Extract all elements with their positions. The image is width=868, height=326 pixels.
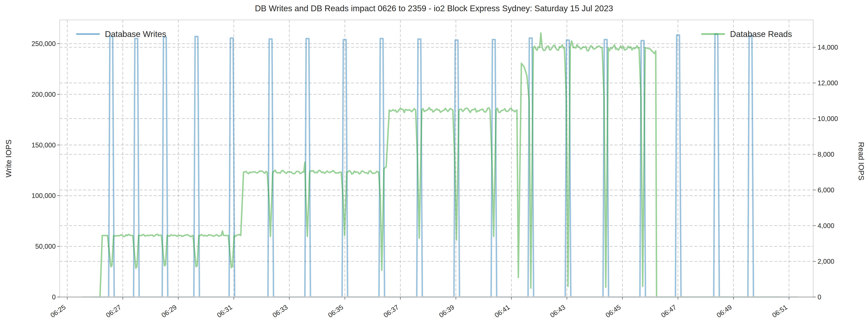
x-tick-label: 06:45: [604, 303, 622, 319]
right-tick-label: 0: [817, 293, 822, 301]
right-tick-label: 12,000: [817, 79, 838, 87]
chart-title: DB Writes and DB Reads impact 0626 to 23…: [255, 4, 613, 13]
x-tick-label: 06:41: [493, 303, 511, 319]
axes-spines: [59, 20, 813, 297]
right-tick-label: 14,000: [817, 44, 838, 51]
data-series: [83, 33, 797, 297]
left-tick-label: 150,000: [31, 141, 56, 149]
x-tick-label: 06:51: [771, 303, 788, 319]
x-tick-label: 06:27: [104, 303, 122, 319]
legend-reads-label: Database Reads: [730, 29, 792, 39]
x-tick-label: 06:33: [271, 303, 289, 319]
dual-axis-line-chart: DB Writes and DB Reads impact 0626 to 23…: [0, 0, 868, 326]
x-tick-label: 06:39: [438, 303, 456, 319]
left-tick-label: 200,000: [31, 91, 56, 98]
x-tick-label: 06:37: [382, 303, 400, 319]
right-axis-label: Read IOPS: [857, 142, 865, 181]
right-tick-label: 10,000: [817, 115, 838, 123]
legend-writes-label: Database Writes: [105, 29, 166, 39]
right-tick-label: 2,000: [817, 258, 834, 265]
chart-figure: DB Writes and DB Reads impact 0626 to 23…: [0, 0, 868, 326]
axis-ticks-and-labels: 06:2506:2706:2906:3106:3306:3506:3706:39…: [31, 40, 838, 319]
x-tick-label: 06:29: [160, 303, 178, 319]
left-tick-label: 100,000: [31, 192, 56, 199]
legend-writes: Database Writes: [77, 29, 166, 39]
left-tick-label: 250,000: [31, 40, 56, 48]
left-tick-label: 0: [52, 293, 56, 301]
x-tick-label: 06:31: [216, 303, 234, 319]
x-tick-label: 06:35: [327, 303, 344, 319]
x-tick-label: 06:49: [715, 303, 733, 319]
x-tick-label: 06:43: [549, 303, 566, 319]
right-tick-label: 6,000: [817, 186, 834, 194]
left-tick-label: 50,000: [35, 243, 56, 250]
right-tick-label: 8,000: [817, 151, 834, 158]
grid-lines: [60, 20, 813, 297]
x-tick-label: 06:25: [49, 303, 67, 319]
left-axis-label: Write IOPS: [4, 139, 13, 177]
right-tick-label: 4,000: [817, 222, 834, 229]
x-tick-label: 06:47: [660, 303, 678, 319]
writes-line-series: [83, 34, 797, 297]
